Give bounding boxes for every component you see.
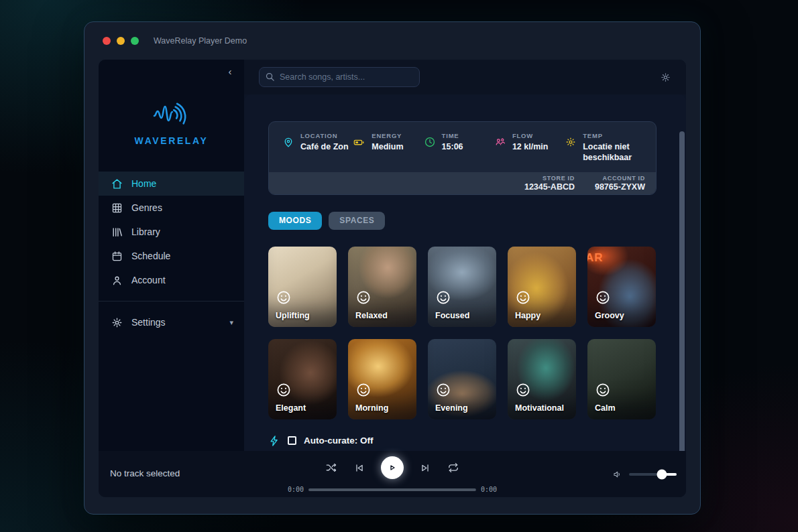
minimize-window-button[interactable] [117, 37, 125, 45]
store-id-label: STORE ID [524, 175, 575, 182]
account-id-value: 98765-ZYXW [595, 182, 645, 192]
maximize-window-button[interactable] [131, 37, 139, 45]
stat-value: 15:06 [442, 141, 463, 152]
chevron-down-icon: ▾ [229, 318, 233, 327]
mood-card-label: Morning [355, 403, 388, 413]
scrollbar-thumb[interactable] [679, 131, 685, 451]
auto-curate-label: Auto-curate: Off [304, 436, 374, 446]
repeat-button[interactable] [447, 462, 459, 474]
track-status: No track selected [110, 468, 180, 478]
stat-value: Café de Zon [300, 141, 349, 152]
sidebar-item-label: Schedule [131, 251, 170, 261]
mood-card-happy[interactable]: Happy [508, 247, 576, 327]
gear-icon [111, 317, 123, 328]
auto-curate-row: Auto-curate: Off [268, 435, 657, 447]
clock-icon [424, 136, 436, 148]
tab-moods[interactable]: MOODS [268, 212, 322, 230]
search-icon [265, 72, 275, 82]
smiley-icon [276, 289, 292, 306]
tab-spaces[interactable]: SPACES [329, 212, 385, 230]
skip-previous-icon [353, 462, 365, 474]
mood-card-label: Groovy [595, 311, 624, 320]
volume-icon [612, 469, 623, 480]
next-track-button[interactable] [420, 462, 431, 474]
auto-curate-checkbox[interactable] [288, 436, 296, 445]
person-icon [111, 275, 123, 286]
store-id: STORE ID 12345-ABCD [524, 175, 575, 192]
map-pin-icon [282, 136, 294, 148]
play-icon [387, 462, 398, 473]
status-card: LOCATION Café de Zon ENERGY M [268, 121, 657, 195]
mood-card-relaxed[interactable]: Relaxed [348, 247, 416, 327]
grid-icon [111, 202, 123, 214]
mood-card-label: Happy [515, 311, 540, 320]
mood-card-label: Relaxed [355, 311, 388, 320]
stat-label: FLOW [512, 132, 549, 139]
smiley-icon [435, 382, 451, 398]
sidebar-collapse-button[interactable]: ‹ [223, 64, 237, 78]
view-tabs: MOODS SPACES [268, 212, 657, 230]
stat-value: Locatie niet beschikbaar [583, 141, 642, 163]
mood-card-label: Calm [595, 403, 616, 413]
progress-slider[interactable] [308, 488, 476, 491]
mood-card-uplifting[interactable]: Uplifting [268, 247, 337, 327]
window-controls [103, 37, 139, 45]
logo-wordmark: WAVERELAY [135, 135, 209, 146]
stat-label: TEMP [583, 132, 642, 139]
mood-card-groovy[interactable]: AR Groovy [587, 247, 656, 327]
sidebar-item-settings[interactable]: Settings ▾ [99, 310, 244, 334]
content-area: LOCATION Café de Zon ENERGY M [244, 94, 686, 451]
player-bar: No track selected [99, 451, 686, 497]
smiley-icon [355, 382, 372, 398]
sidebar-item-account[interactable]: Account [99, 268, 244, 292]
stat-location: LOCATION Café de Zon [282, 132, 353, 152]
mood-card-elegant[interactable]: Elegant [268, 339, 337, 419]
sidebar-item-label: Library [131, 226, 160, 237]
smiley-icon [595, 289, 611, 306]
sidebar-item-label: Settings [131, 317, 166, 328]
search-input[interactable] [259, 67, 420, 87]
shuffle-icon [325, 462, 337, 474]
sun-icon [660, 72, 671, 83]
stat-label: LOCATION [300, 132, 349, 139]
smiley-icon [435, 289, 451, 306]
mood-card-calm[interactable]: Calm [587, 339, 656, 419]
close-window-button[interactable] [103, 37, 111, 45]
bolt-icon [268, 435, 280, 447]
stat-label: TIME [442, 132, 463, 139]
volume-slider[interactable] [629, 473, 677, 476]
stat-temp: TEMP Locatie niet beschikbaar [565, 132, 642, 163]
search [259, 67, 420, 87]
previous-track-button[interactable] [353, 462, 365, 474]
skip-next-icon [420, 462, 431, 474]
volume-thumb[interactable] [657, 470, 667, 480]
mood-card-morning[interactable]: Morning [348, 339, 416, 419]
timeline: 0:00 0:00 [288, 486, 497, 493]
id-strip: STORE ID 12345-ABCD ACCOUNT ID 98765-ZYX… [269, 172, 656, 194]
library-icon [111, 226, 123, 238]
theme-toggle-button[interactable] [660, 72, 671, 83]
calendar-icon [111, 251, 123, 262]
shuffle-button[interactable] [325, 462, 337, 474]
sidebar-item-library[interactable]: Library [99, 220, 244, 244]
sidebar-item-genres[interactable]: Genres [99, 196, 244, 220]
app-shell: ‹ WAVERELAY Hom [99, 60, 686, 497]
smiley-icon [276, 382, 292, 398]
play-button[interactable] [381, 456, 404, 479]
sidebar-nav: Home Genres Library [99, 172, 244, 334]
mood-card-label: Motivational [515, 403, 564, 413]
sidebar: ‹ WAVERELAY Hom [99, 60, 244, 451]
player-controls [325, 456, 459, 479]
mood-card-focused[interactable]: Focused [428, 247, 496, 327]
mood-card-motivational[interactable]: Motivational [508, 339, 576, 419]
smiley-icon [355, 289, 372, 306]
mood-card-evening[interactable]: Evening [428, 339, 496, 419]
neon-sign-text: AR [587, 251, 604, 265]
account-id: ACCOUNT ID 98765-ZYXW [595, 175, 645, 192]
waverelay-logo-icon [151, 98, 192, 129]
sidebar-item-home[interactable]: Home [99, 172, 244, 196]
mood-card-label: Focused [435, 311, 469, 320]
stat-value: 12 kl/min [512, 141, 549, 152]
time-elapsed: 0:00 [288, 486, 304, 493]
sidebar-item-schedule[interactable]: Schedule [99, 244, 244, 268]
